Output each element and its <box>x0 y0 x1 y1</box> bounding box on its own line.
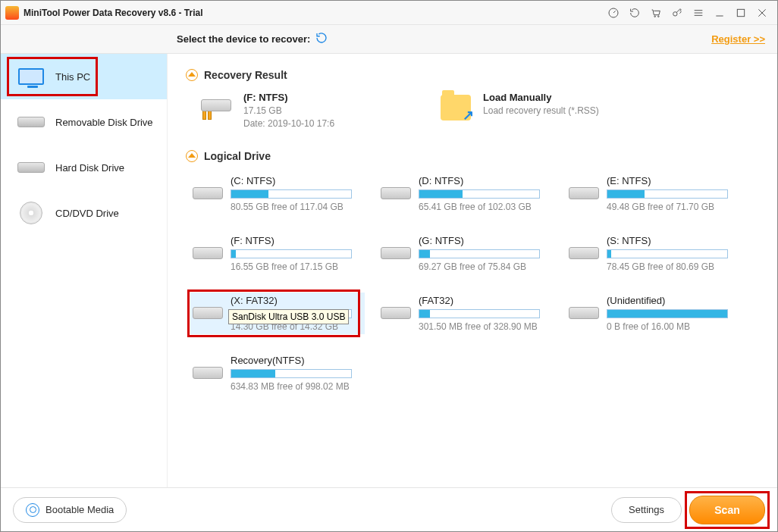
bootable-label: Bootable Media <box>45 504 114 515</box>
maximize-icon[interactable] <box>730 2 751 23</box>
recovery-size: 17.15 GB <box>243 105 334 116</box>
section-logical-drive[interactable]: Logical Drive <box>186 150 759 162</box>
drive-icon <box>381 307 411 319</box>
drive-icon <box>193 367 223 379</box>
recovery-name: (F: NTFS) <box>243 92 334 103</box>
drive-icon <box>193 187 223 199</box>
svg-point-3 <box>673 11 677 15</box>
drive-name: (C: NTFS) <box>231 175 362 186</box>
drive-free: 65.41 GB free of 102.03 GB <box>419 202 551 212</box>
svg-point-1 <box>654 15 656 17</box>
drive-icon <box>201 99 231 111</box>
usage-bar <box>607 189 728 199</box>
footer: Bootable Media Settings Scan <box>1 487 777 531</box>
sidebar-item-removable[interactable]: Removable Disk Drive <box>1 99 167 145</box>
menu-icon[interactable] <box>688 2 709 23</box>
sidebar-item-label: Hard Disk Drive <box>55 162 124 174</box>
sidebar-item-cd-dvd[interactable]: CD/DVD Drive <box>1 190 167 236</box>
drive-card[interactable]: (C: NTFS)80.55 GB free of 117.04 GB <box>190 173 365 214</box>
drive-card[interactable]: Recovery(NTFS)634.83 MB free of 998.02 M… <box>190 352 365 394</box>
cart-icon[interactable] <box>645 2 667 23</box>
drive-grid: (C: NTFS)80.55 GB free of 117.04 GB(D: N… <box>190 173 759 394</box>
usage-bar <box>607 309 728 318</box>
settings-button[interactable]: Settings <box>611 497 682 523</box>
monitor-icon <box>18 68 44 85</box>
register-link[interactable]: Register >> <box>711 33 765 45</box>
scan-button[interactable]: Scan <box>689 496 765 524</box>
drive-name: (F: NTFS) <box>231 235 362 246</box>
drive-icon <box>569 247 599 259</box>
app-icon <box>5 6 19 20</box>
drive-free: 16.55 GB free of 17.15 GB <box>231 261 362 272</box>
update-icon[interactable] <box>624 2 645 23</box>
bootable-media-button[interactable]: Bootable Media <box>13 497 127 523</box>
minimize-icon[interactable] <box>709 2 730 23</box>
sidebar-item-label: This PC <box>55 71 90 83</box>
folder-icon <box>441 95 471 120</box>
drive-name: (S: NTFS) <box>607 235 739 246</box>
recovery-date: Date: 2019-10-10 17:6 <box>243 118 334 129</box>
drive-free: 80.55 GB free of 117.04 GB <box>231 202 362 212</box>
drive-free: 69.27 GB free of 75.84 GB <box>419 261 551 272</box>
key-icon[interactable] <box>667 2 688 23</box>
removable-icon <box>17 117 45 127</box>
sidebar-item-this-pc[interactable]: This PC <box>1 54 167 99</box>
usage-bar <box>231 369 352 378</box>
section-title: Recovery Result <box>204 69 287 81</box>
drive-name: (FAT32) <box>419 295 551 306</box>
usage-bar <box>419 249 540 258</box>
sidebar-item-hard-disk[interactable]: Hard Disk Drive <box>1 145 167 190</box>
refresh-icon[interactable] <box>315 31 328 48</box>
drive-free: 634.83 MB free of 998.02 MB <box>231 381 362 392</box>
sidebar-item-label: Removable Disk Drive <box>55 117 153 128</box>
hdd-icon <box>17 162 45 173</box>
drive-icon <box>381 187 411 199</box>
drive-tooltip: SanDisk Ultra USB 3.0 USB <box>228 309 349 324</box>
close-icon[interactable] <box>751 2 773 23</box>
load-manually-title: Load Manually <box>483 92 599 103</box>
gauge-icon[interactable] <box>603 2 624 23</box>
sidebar: This PC Removable Disk Drive Hard Disk D… <box>1 54 168 487</box>
drive-name: (X: FAT32) <box>231 295 362 306</box>
drive-icon <box>569 187 599 199</box>
drive-card[interactable]: (D: NTFS)65.41 GB free of 102.03 GB <box>378 173 553 214</box>
drive-card[interactable]: (FAT32)301.50 MB free of 328.90 MB <box>378 293 553 334</box>
cd-icon <box>20 202 42 224</box>
collapse-icon <box>186 150 198 162</box>
drive-icon <box>193 307 223 319</box>
collapse-icon <box>186 69 198 81</box>
drive-free: 49.48 GB free of 71.70 GB <box>607 202 739 212</box>
usage-bar <box>419 189 540 199</box>
svg-point-2 <box>658 15 660 17</box>
drive-icon <box>569 307 599 319</box>
section-recovery-result[interactable]: Recovery Result <box>186 69 759 81</box>
load-manually-item[interactable]: Load Manually Load recovery result (*.RS… <box>441 92 599 129</box>
usage-bar <box>231 189 352 199</box>
disc-icon <box>26 503 39 517</box>
load-manually-desc: Load recovery result (*.RSS) <box>483 105 599 116</box>
drive-icon <box>381 247 411 259</box>
drive-name: (Unidentified) <box>607 295 739 306</box>
drive-free: 78.45 GB free of 80.69 GB <box>607 261 739 272</box>
recovery-result-item[interactable]: (F: NTFS) 17.15 GB Date: 2019-10-10 17:6 <box>201 92 334 129</box>
drive-name: (E: NTFS) <box>607 175 739 186</box>
top-strip: Select the device to recover: Register >… <box>1 25 777 54</box>
svg-rect-4 <box>737 9 744 16</box>
usage-bar <box>607 249 728 258</box>
section-title: Logical Drive <box>204 150 271 162</box>
app-window: MiniTool Power Data Recovery v8.6 - Tria… <box>0 0 778 532</box>
drive-card[interactable]: (Unidentified)0 B free of 16.00 MB <box>566 293 741 334</box>
drive-name: (D: NTFS) <box>419 175 551 186</box>
drive-icon <box>193 247 223 259</box>
titlebar: MiniTool Power Data Recovery v8.6 - Tria… <box>1 1 777 25</box>
main-panel: Recovery Result (F: NTFS) 17.15 GB Date:… <box>168 54 777 487</box>
sidebar-item-label: CD/DVD Drive <box>55 208 119 219</box>
drive-name: Recovery(NTFS) <box>231 355 362 366</box>
window-title: MiniTool Power Data Recovery v8.6 - Tria… <box>24 8 203 18</box>
drive-card[interactable]: (X: FAT32)14.30 GB free of 14.32 GBSanDi… <box>190 293 365 334</box>
drive-card[interactable]: (S: NTFS)78.45 GB free of 80.69 GB <box>566 233 741 274</box>
usage-bar <box>419 309 540 318</box>
drive-card[interactable]: (G: NTFS)69.27 GB free of 75.84 GB <box>378 233 553 274</box>
drive-card[interactable]: (F: NTFS)16.55 GB free of 17.15 GB <box>190 233 365 274</box>
drive-card[interactable]: (E: NTFS)49.48 GB free of 71.70 GB <box>566 173 741 214</box>
